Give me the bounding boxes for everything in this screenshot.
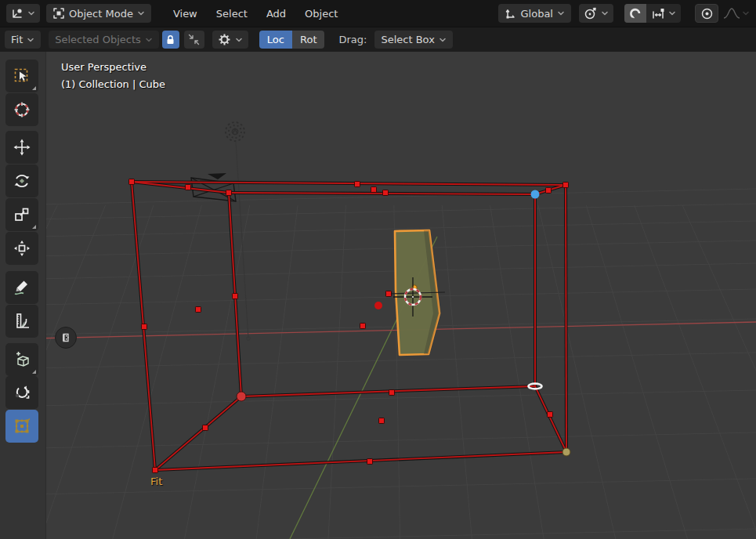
tool-settings-bar: Fit Selected Objects	[0, 27, 756, 52]
affect-label: Selected Objects	[55, 34, 141, 45]
tool-spin[interactable]	[5, 376, 38, 409]
collapse-arrows-icon	[187, 33, 201, 46]
affect-dropdown[interactable]: Selected Objects	[49, 31, 159, 49]
snap-toggle-button[interactable]	[624, 4, 646, 23]
collection-breadcrumb: (1) Collection | Cube	[61, 78, 165, 90]
proportional-edit-icon	[700, 7, 714, 20]
editor-type-icon	[11, 7, 24, 20]
tool-rotate[interactable]	[5, 165, 38, 197]
view-perspective-label: User Perspective	[61, 61, 146, 73]
tool-cursor[interactable]	[5, 93, 38, 126]
menu-select[interactable]: Select	[207, 8, 257, 20]
lock-icon	[165, 34, 175, 45]
tool-move[interactable]	[5, 131, 38, 164]
mode-dropdown[interactable]: Object Mode	[46, 4, 151, 23]
tool-annotate[interactable]	[5, 271, 38, 304]
tool-scale[interactable]	[5, 198, 38, 231]
proportional-falloff-dropdown[interactable]	[723, 7, 750, 20]
tool-select-box[interactable]	[5, 60, 38, 92]
drag-mode-dropdown[interactable]: Select Box	[374, 31, 452, 49]
snap-target-dropdown[interactable]	[646, 7, 681, 20]
region-toggle-button[interactable]	[55, 327, 77, 349]
snapping-group	[624, 4, 681, 23]
rot-toggle[interactable]: Rot	[292, 31, 325, 49]
fit-mode-dropdown[interactable]: Fit	[5, 31, 41, 49]
menu-object[interactable]: Object	[295, 8, 347, 20]
subtool-indicator	[32, 370, 36, 374]
panel-grid-icon	[60, 331, 72, 344]
pivot-point-icon	[584, 7, 597, 20]
pivot-point-dropdown[interactable]	[579, 4, 613, 23]
subtool-indicator	[32, 225, 36, 229]
blender-window: Object Mode View Select Add Object Globa…	[0, 0, 756, 539]
orientation-dropdown[interactable]: Global	[498, 4, 571, 23]
orientation-label: Global	[521, 8, 553, 20]
mode-label: Object Mode	[69, 8, 133, 20]
proportional-edit-toggle[interactable]	[695, 4, 718, 23]
tool-add-cube[interactable]	[5, 343, 38, 376]
loc-rot-segmented: Loc Rot	[259, 31, 325, 49]
tool-measure[interactable]	[5, 305, 38, 338]
editor-type-button[interactable]	[6, 4, 40, 23]
viewport-header: Object Mode View Select Add Object Globa…	[0, 0, 756, 27]
lock-toggle-button[interactable]	[162, 31, 179, 49]
object-name-label: Fit	[150, 476, 162, 487]
viewport-canvas[interactable]	[0, 52, 756, 539]
orientation-axes-icon	[505, 7, 517, 20]
tool-fit-active[interactable]	[5, 410, 38, 443]
falloff-curve-icon	[723, 7, 740, 20]
magnet-icon	[629, 7, 642, 20]
shrink-region-button[interactable]	[184, 31, 204, 49]
menu-add[interactable]: Add	[257, 8, 295, 20]
drag-mode-value: Select Box	[381, 34, 434, 45]
gear-icon	[218, 33, 231, 46]
drag-label: Drag:	[338, 34, 367, 45]
loc-toggle[interactable]: Loc	[259, 31, 292, 49]
toolbar	[0, 52, 46, 539]
subtool-indicator	[32, 86, 36, 90]
menu-view[interactable]: View	[164, 8, 207, 20]
fit-mode-label: Fit	[11, 34, 23, 45]
tool-transform[interactable]	[5, 232, 38, 265]
object-mode-icon	[52, 7, 65, 20]
tool-options-dropdown[interactable]	[212, 31, 248, 49]
snap-increment-icon	[651, 7, 666, 20]
viewport-3d[interactable]: User Perspective (1) Collection | Cube F…	[0, 52, 756, 539]
